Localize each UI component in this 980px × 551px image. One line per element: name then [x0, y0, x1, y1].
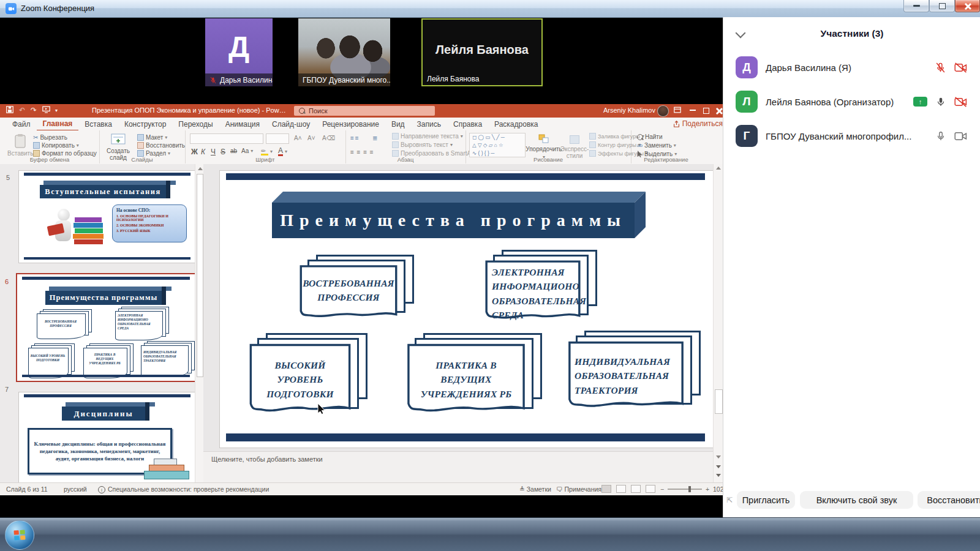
undo-icon[interactable]: ↶ [19, 106, 25, 114]
language-indicator[interactable]: русский [64, 485, 87, 493]
previous-slide-icon[interactable] [716, 465, 721, 468]
card-text: ЭЛЕКТРОННАЯ ИНФОРМАЦИОНО ОБРАЗОВАТЕЛЬНАЯ… [492, 265, 578, 322]
start-button[interactable] [5, 520, 34, 550]
ppt-maximize-icon[interactable] [703, 108, 709, 114]
avatar[interactable] [657, 105, 669, 117]
slide-sorter-icon[interactable] [616, 485, 626, 493]
change-case-button[interactable]: Aa▾ [241, 148, 253, 154]
font-color-button[interactable]: А▾ [278, 147, 287, 156]
tab-design[interactable]: Конструктор [118, 118, 172, 130]
tab-insert[interactable]: Вставка [78, 118, 118, 130]
replace-button[interactable]: abЗаменить▾ [637, 142, 676, 149]
reading-view-icon[interactable] [631, 485, 641, 493]
invite-button[interactable]: Пригласить [737, 491, 795, 509]
editor-scrollbar[interactable] [713, 164, 723, 482]
video-tile-classroom[interactable]: ГБПОУ Дуванский много... [298, 18, 390, 86]
video-tile-leila-active[interactable]: Лейля Баянова Лейля Баянова [421, 18, 543, 86]
thumbnail-slide-7[interactable]: Дисциплины Ключевые дисциплины: общая и … [18, 392, 196, 482]
video-tile-darya[interactable]: Д Дарья Василина [205, 18, 273, 86]
numbering-icon[interactable]: ≣ [372, 135, 377, 141]
scrollbar-thumb[interactable] [197, 174, 203, 377]
window-titlebar[interactable]: Zoom Конференция [0, 0, 980, 18]
bullets-icon[interactable]: ≡≡ [350, 135, 360, 141]
tab-transitions[interactable]: Переходы [172, 118, 219, 130]
shapes-gallery[interactable]: ◻ ◯ ▭ ╲ ╱ ─ △ ▽ ◇ ▱ ⌂ ☆ ∿ ( ) { } ─ [469, 133, 526, 157]
tab-help[interactable]: Справка [447, 118, 488, 130]
save-icon[interactable] [6, 106, 13, 115]
start-slideshow-icon[interactable] [42, 106, 50, 115]
search-input[interactable]: Поиск [294, 106, 435, 116]
zoom-in-button[interactable]: + [706, 485, 709, 493]
cut-button[interactable]: ✂Вырезать [33, 134, 67, 141]
align-icons[interactable]: ≡ ≡ ≡ ≡ [350, 149, 374, 156]
char-spacing-button[interactable]: ab [230, 148, 237, 154]
highlight-color-button[interactable]: ✏▾ [261, 148, 273, 156]
zoom-out-button[interactable]: − [660, 485, 664, 493]
next-slide-icon[interactable] [716, 474, 721, 477]
clear-format-icon[interactable]: A⌫ [322, 135, 335, 141]
thumbnails-scrollbar[interactable] [195, 164, 203, 482]
find-button[interactable]: Найти [637, 133, 663, 140]
participant-row[interactable]: Д Дарья Василина (Я) [723, 56, 980, 78]
close-icon [964, 2, 971, 10]
underline-button[interactable]: Ч [211, 148, 216, 156]
account-name[interactable]: Arseniy Khalimov [603, 107, 655, 114]
tab-slideshow[interactable]: Слайд-шоу [266, 118, 316, 130]
tab-record[interactable]: Запись [411, 118, 447, 130]
scroll-down-icon[interactable] [716, 455, 721, 459]
tab-view[interactable]: Вид [385, 118, 411, 130]
bold-button[interactable]: Ж [191, 148, 198, 156]
tab-animations[interactable]: Анимация [219, 118, 266, 130]
zoom-slider[interactable] [668, 489, 702, 490]
slideshow-icon[interactable] [646, 485, 655, 493]
notes-toggle[interactable]: ≜ Заметки [519, 485, 551, 493]
scrollbar-thumb[interactable] [715, 389, 723, 414]
slide-canvas[interactable]: Преимущества программы ВОСТРЕБОВАННАЯ ПР… [219, 170, 714, 448]
shrink-font-icon[interactable]: A˅ [307, 135, 315, 141]
ribbon-options-icon[interactable] [674, 107, 681, 115]
video-off-icon[interactable] [954, 62, 967, 73]
tab-home[interactable]: Главная [37, 118, 79, 131]
redo-icon[interactable]: ↷ [31, 106, 37, 114]
copy-button[interactable]: Копировать▾ [33, 142, 79, 149]
layout-button[interactable]: Макет▾ [137, 134, 167, 141]
tab-review[interactable]: Рецензирование [316, 118, 385, 130]
font-size-input[interactable] [266, 133, 289, 144]
ppt-titlebar[interactable]: ↶ ↷ ▾ Презентация ОПОП Экономика и управ… [0, 104, 723, 118]
paste-button[interactable]: Вставить [7, 133, 33, 157]
ppt-minimize-icon[interactable] [690, 110, 696, 111]
thumbnail-slide-6-selected[interactable]: Преимущества программы ВОСТРЕБОВАННАЯ ПР… [16, 273, 197, 382]
notes-pane[interactable]: Щелкните, чтобы добавить заметки [203, 452, 713, 482]
strikethrough-button[interactable]: S [221, 148, 225, 156]
italic-button[interactable]: К [201, 148, 205, 156]
video-off-icon[interactable] [954, 96, 967, 108]
share-button[interactable]: Поделиться [673, 119, 723, 128]
font-name-input[interactable] [190, 133, 263, 144]
zoom-slider-thumb[interactable] [688, 486, 691, 492]
scroll-up-icon[interactable] [198, 167, 203, 170]
align-text-button[interactable]: Выровнять текст▾ [392, 141, 453, 148]
mic-icon[interactable] [935, 130, 946, 142]
panel-drag-icon[interactable]: ⇱ [726, 496, 733, 504]
restore-status-button[interactable]: Восстановить статус [918, 491, 980, 509]
grow-font-icon[interactable]: A˄ [294, 135, 302, 141]
restore-button[interactable] [929, 0, 955, 12]
qat-customize-icon[interactable]: ▾ [55, 108, 58, 113]
participant-row[interactable]: Г ГБПОУ Дуванский многопрофил... [723, 125, 980, 147]
tab-file[interactable]: Файл [6, 118, 37, 130]
minimize-button[interactable] [903, 0, 929, 12]
accessibility-status[interactable]: Специальные возможности: проверьте реком… [108, 485, 269, 493]
reset-button[interactable]: Восстановить [137, 142, 185, 149]
video-icon[interactable] [954, 130, 967, 142]
participant-row[interactable]: Л Лейля Баянова (Организатор) ↑ [723, 91, 980, 113]
mic-icon[interactable] [935, 96, 946, 108]
mic-muted-icon[interactable] [935, 62, 946, 73]
comments-toggle[interactable]: 🗨 Примечания [556, 485, 601, 493]
scroll-up-icon[interactable] [716, 167, 721, 170]
unmute-button[interactable]: Включить свой звук [800, 491, 913, 509]
tab-storyboard[interactable]: Раскадровка [488, 118, 544, 130]
close-button[interactable] [955, 0, 980, 12]
text-direction-button[interactable]: Направление текста▾ [392, 133, 463, 140]
thumbnail-slide-5[interactable]: Вступительные испытания На основе СПО: [18, 170, 196, 263]
normal-view-icon[interactable] [601, 485, 611, 493]
